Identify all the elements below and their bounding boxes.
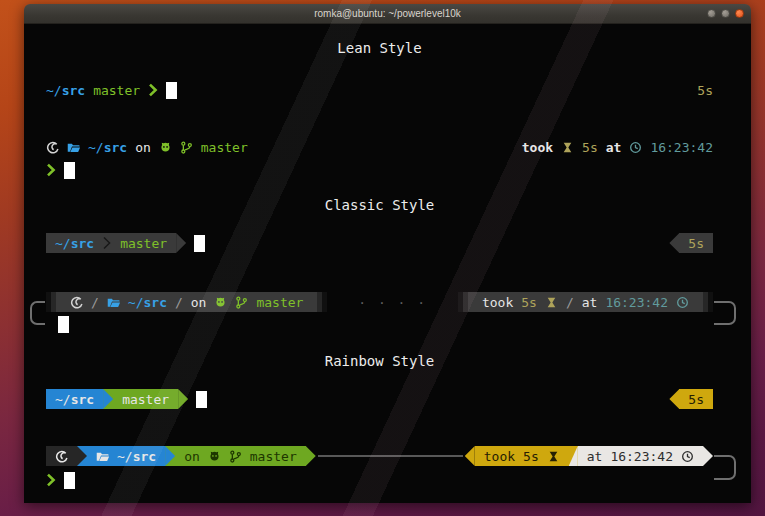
- on-label: on: [184, 449, 200, 464]
- prompt-chevron-icon: [148, 83, 158, 97]
- command-duration: 5s: [697, 83, 713, 98]
- took-label: took: [484, 449, 515, 464]
- rainbow-heading-row: Rainbow Style: [46, 351, 713, 371]
- classic-left-segment: / ~/src / on master: [61, 292, 312, 312]
- clock-icon: [629, 141, 642, 154]
- classic-prompt1: ~/src master 5s: [46, 233, 713, 253]
- current-directory: ~/src: [55, 236, 94, 251]
- subsegment-separator: /: [91, 295, 99, 310]
- current-time: 16:23:42: [605, 295, 668, 310]
- window-title: romka@ubuntu: ~/powerlevel10k: [314, 8, 461, 19]
- current-directory: ~/src: [46, 83, 85, 98]
- powerline-arrow: [165, 446, 175, 466]
- on-label: on: [135, 140, 151, 155]
- rainbow-os-segment: [46, 446, 77, 466]
- rainbow-prompt1: ~/src master 5s: [46, 389, 713, 409]
- gap-filler-line: [318, 455, 463, 457]
- github-icon: [159, 141, 172, 154]
- rainbow-duration-segment: 5s: [679, 389, 713, 409]
- text-cursor: [194, 235, 205, 252]
- prompt-chevron-icon: [46, 473, 56, 487]
- powerline-arrow: [176, 233, 186, 253]
- rainbow-prompt2-line2: [46, 470, 713, 490]
- hourglass-icon: [561, 141, 574, 154]
- rainbow-time-segment: at 16:23:42: [578, 446, 703, 466]
- powerline-arrow: [465, 446, 475, 466]
- lean-heading-row: Lean Style: [46, 38, 713, 58]
- rainbow-heading: Rainbow Style: [325, 353, 435, 369]
- gap-filler-dots: · · · ·: [358, 295, 427, 310]
- rainbow-duration-segment: took 5s: [475, 446, 569, 466]
- minimize-button[interactable]: [707, 9, 716, 18]
- rainbow-dir-segment: ~/src: [87, 446, 165, 466]
- os-logo-icon: [55, 450, 68, 463]
- classic-prompt2-line2: [46, 314, 713, 334]
- titlebar[interactable]: romka@ubuntu: ~/powerlevel10k: [24, 4, 751, 24]
- current-directory: ~/src: [55, 392, 94, 407]
- lean-prompt1: ~/src master 5s: [46, 80, 713, 100]
- current-directory: ~/src: [128, 295, 167, 310]
- text-cursor: [64, 472, 75, 489]
- powerline-arrow: [178, 389, 188, 409]
- git-branch: master: [122, 392, 169, 407]
- git-branch: master: [201, 140, 248, 155]
- classic-prompt2-line1: / ~/src / on master · · · · took 5s: [46, 292, 713, 312]
- segment-separator-icon: [102, 236, 112, 250]
- os-logo-icon: [46, 141, 59, 154]
- classic-left-segment: ~/src master: [46, 233, 176, 253]
- terminal-window: romka@ubuntu: ~/powerlevel10k Lean Style…: [24, 4, 751, 503]
- github-icon: [214, 296, 227, 309]
- classic-right-segment: 5s: [679, 233, 713, 253]
- powerline-arrow: [703, 446, 713, 466]
- at-label: at: [606, 140, 622, 155]
- git-branch: master: [250, 449, 297, 464]
- powerline-arrow: [103, 389, 113, 409]
- lean-prompt2-line1: ~/src on master took 5s at 16:23:42: [46, 137, 713, 157]
- os-logo-icon: [70, 296, 83, 309]
- maximize-button[interactable]: [721, 9, 730, 18]
- hourglass-icon: [547, 450, 560, 463]
- prompt-frame-right: [714, 455, 736, 480]
- window-controls: [707, 9, 744, 18]
- desktop-background: romka@ubuntu: ~/powerlevel10k Lean Style…: [0, 0, 765, 516]
- current-time: 16:23:42: [650, 140, 713, 155]
- folder-icon: [107, 296, 120, 309]
- segment-slant-separator: [569, 446, 578, 466]
- close-button[interactable]: [735, 9, 744, 18]
- prompt-frame-right: [714, 301, 736, 325]
- segment-fade: [312, 292, 327, 312]
- took-label: took: [482, 295, 513, 310]
- command-duration: 5s: [688, 236, 704, 251]
- on-label: on: [191, 295, 207, 310]
- classic-heading-row: Classic Style: [46, 195, 713, 215]
- github-icon: [208, 450, 221, 463]
- rainbow-git-segment: master: [113, 389, 178, 409]
- command-duration: 5s: [521, 295, 537, 310]
- text-cursor: [196, 391, 207, 408]
- git-branch-icon: [180, 141, 193, 154]
- subsegment-separator: /: [175, 295, 183, 310]
- rainbow-git-segment: on master: [175, 446, 306, 466]
- prompt-chevron-icon: [46, 163, 56, 177]
- current-directory: ~/src: [117, 449, 156, 464]
- terminal-body[interactable]: Lean Style ~/src master 5s ~/src on mast…: [24, 24, 751, 503]
- at-label: at: [582, 295, 598, 310]
- powerline-arrow: [77, 446, 87, 466]
- classic-right-segment: took 5s / at 16:23:42: [473, 292, 698, 312]
- command-duration: 5s: [523, 449, 539, 464]
- text-cursor: [166, 82, 177, 99]
- text-cursor: [58, 316, 69, 333]
- current-time: 16:23:42: [610, 449, 673, 464]
- hourglass-icon: [545, 296, 558, 309]
- clock-icon: [681, 450, 694, 463]
- segment-fade: [458, 292, 473, 312]
- lean-prompt2-line2: [46, 160, 713, 180]
- git-branch: master: [93, 83, 140, 98]
- command-duration: 5s: [582, 140, 598, 155]
- powerline-arrow: [669, 389, 679, 409]
- command-duration: 5s: [688, 392, 704, 407]
- rainbow-prompt2-line1: ~/src on master took 5s: [46, 446, 713, 466]
- git-branch-icon: [229, 450, 242, 463]
- segment-fade: [46, 292, 61, 312]
- lean-heading: Lean Style: [337, 40, 421, 56]
